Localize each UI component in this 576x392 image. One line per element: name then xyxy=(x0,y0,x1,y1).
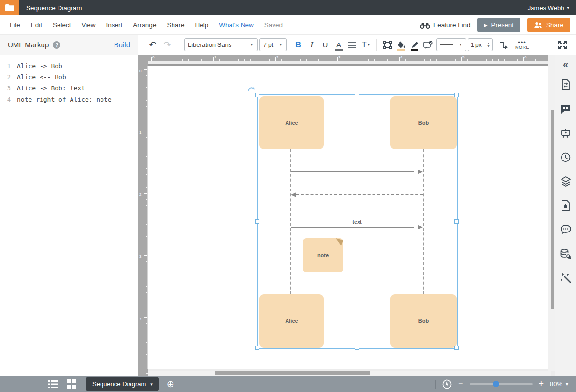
locate-icon xyxy=(442,379,452,389)
resize-handle-ne[interactable] xyxy=(454,93,459,97)
share-button[interactable]: Share xyxy=(527,18,570,32)
menu-edit[interactable]: Edit xyxy=(26,21,47,29)
build-link[interactable]: Build xyxy=(114,41,130,49)
feature-find-button[interactable]: Feature Find xyxy=(420,21,471,29)
fit-to-screen-button[interactable] xyxy=(442,379,452,389)
saved-status: Saved xyxy=(259,21,288,29)
connector-type-button[interactable] xyxy=(497,38,510,52)
redo-button[interactable]: ↷ xyxy=(160,38,174,52)
zoom-in-button[interactable]: + xyxy=(539,379,544,389)
font-size-select[interactable]: 7 pt ▼ xyxy=(259,38,287,51)
ruler-corner xyxy=(138,55,148,61)
resize-handle-nw[interactable] xyxy=(255,93,259,97)
underline-button[interactable]: U xyxy=(318,38,332,52)
menu-insert[interactable]: Insert xyxy=(101,21,128,29)
chevron-down-icon: ▼ xyxy=(250,43,254,47)
whats-new-link[interactable]: What's New xyxy=(214,21,259,29)
grid-square xyxy=(67,385,71,389)
fill-color-swatch xyxy=(397,49,405,51)
menu-file[interactable]: File xyxy=(4,21,26,29)
menu-help[interactable]: Help xyxy=(189,21,214,29)
uml-markup-editor[interactable]: 1Alice -> Bob 2Alice <-- Bob 3Alice -> B… xyxy=(0,55,138,376)
magic-wand-button[interactable] xyxy=(560,272,572,284)
help-icon[interactable]: ? xyxy=(53,41,60,49)
data-linking-button[interactable] xyxy=(560,248,572,260)
more-label: MORE xyxy=(515,45,529,50)
resize-handle-s[interactable] xyxy=(355,346,359,350)
shape-icon xyxy=(383,41,392,49)
fullscreen-button[interactable] xyxy=(556,38,569,52)
notes-button[interactable] xyxy=(560,103,572,115)
resize-handle-n[interactable] xyxy=(355,93,359,97)
fill-color-button[interactable] xyxy=(394,38,408,52)
user-menu[interactable]: James Webb ▾ xyxy=(528,4,569,12)
resize-handle-e[interactable] xyxy=(454,219,459,224)
line-number: 4 xyxy=(0,96,11,103)
presentation-button[interactable] xyxy=(560,127,572,139)
undo-button[interactable]: ↶ xyxy=(146,38,159,52)
comment-bubble-icon xyxy=(561,225,571,234)
shape-button[interactable] xyxy=(381,38,394,52)
bold-button[interactable]: B xyxy=(291,38,305,52)
horizontal-scrollbar[interactable] xyxy=(148,371,551,376)
zoom-out-button[interactable]: − xyxy=(458,379,463,389)
shape-style-button[interactable] xyxy=(421,38,435,52)
ruler-label: 0 xyxy=(139,69,141,73)
line-style-select[interactable]: ▼ xyxy=(436,38,466,51)
shape-data-button[interactable] xyxy=(560,79,572,90)
menu-share[interactable]: Share xyxy=(161,21,189,29)
expand-icon xyxy=(558,40,567,50)
selection-bounding-box[interactable] xyxy=(257,94,458,349)
zoom-slider[interactable] xyxy=(470,383,533,385)
canvas-area[interactable]: 0 1 2 3 4 5 6 0 1 2 3 4 text Alice Bob A… xyxy=(138,55,555,376)
resize-handle-sw[interactable] xyxy=(255,346,259,350)
layers-button[interactable] xyxy=(560,175,572,187)
panel-title: UML Markup xyxy=(8,41,49,49)
font-family-select[interactable]: Liberation Sans ▼ xyxy=(184,38,258,51)
menu-view[interactable]: View xyxy=(76,21,101,29)
text-color-button[interactable]: A xyxy=(332,38,346,52)
stepper-arrows[interactable]: ▲▼ xyxy=(487,42,490,48)
horizontal-scrollbar-thumb[interactable] xyxy=(215,371,370,375)
resize-handle-w[interactable] xyxy=(255,219,259,224)
zoom-slider-thumb[interactable] xyxy=(493,381,499,387)
clock-icon xyxy=(561,152,571,162)
align-icon xyxy=(348,42,356,48)
menu-select[interactable]: Select xyxy=(47,21,76,29)
zoom-level-select[interactable]: 80% ▼ xyxy=(550,380,569,388)
document-list-button[interactable] xyxy=(48,380,58,388)
text-align-button[interactable] xyxy=(346,38,359,52)
paint-bucket-icon xyxy=(397,41,405,48)
history-button[interactable] xyxy=(560,151,572,163)
menu-bar-actions: Feature Find ▶ Present Share xyxy=(420,18,570,32)
ruler-label: 1 xyxy=(214,56,216,59)
line-width-stepper[interactable]: 1 px ▲▼ xyxy=(468,38,493,51)
code-line[interactable]: 4note right of Alice: note xyxy=(0,94,138,105)
toolbar-divider xyxy=(376,39,377,51)
menu-arrange[interactable]: Arrange xyxy=(128,21,161,29)
play-icon: ▶ xyxy=(484,23,488,28)
comments-button[interactable] xyxy=(560,224,572,235)
page-style-button[interactable] xyxy=(560,200,572,211)
code-line[interactable]: 3Alice -> Bob: text xyxy=(0,83,138,94)
style-check-icon xyxy=(423,41,433,49)
collapse-panel-button[interactable]: « xyxy=(560,58,572,70)
rotate-handle[interactable] xyxy=(247,86,255,93)
ruler-label: 2 xyxy=(276,56,278,59)
documents-folder-button[interactable] xyxy=(0,0,19,15)
page-tab[interactable]: Sequence Diagram ▾ xyxy=(86,377,159,391)
vertical-scrollbar[interactable] xyxy=(548,55,555,371)
code-line[interactable]: 1Alice -> Bob xyxy=(0,60,138,72)
code-line[interactable]: 2Alice <-- Bob xyxy=(0,72,138,83)
text-options-button[interactable]: T▾ xyxy=(359,38,373,52)
chevron-down-icon: ▼ xyxy=(279,43,283,47)
present-button[interactable]: ▶ Present xyxy=(477,18,520,32)
step-down-icon[interactable]: ▼ xyxy=(487,45,490,48)
italic-button[interactable]: I xyxy=(305,38,318,52)
more-tools-button[interactable]: ••• MORE xyxy=(515,38,529,52)
line-color-button[interactable] xyxy=(408,38,421,52)
vertical-scrollbar-thumb[interactable] xyxy=(551,110,554,309)
page-grid-button[interactable] xyxy=(67,379,76,389)
resize-handle-se[interactable] xyxy=(454,346,459,350)
add-page-button[interactable]: ⊕ xyxy=(167,379,174,389)
